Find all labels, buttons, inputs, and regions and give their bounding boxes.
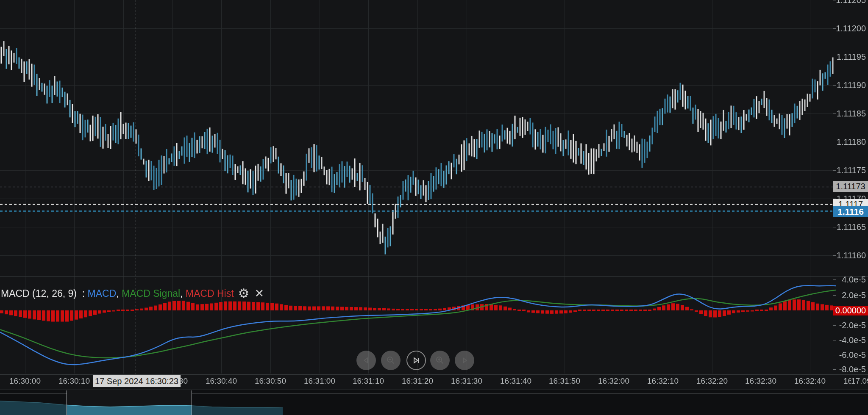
legend-comma: , [180,288,186,299]
legend-item-macd-hist[interactable]: MACD Hist [186,288,234,299]
price-axis-label: 1.11180 [837,137,866,147]
pan-left-button[interactable] [356,351,376,370]
macd-axis-label: 4.0e-5 [842,275,866,285]
legend-item-macd-signal[interactable]: MACD Signal [122,288,180,299]
macd-axis-label: -2.0e-5 [839,321,866,330]
macd-legend-title: MACD (12, 26, 9) [1,288,77,299]
time-axis-label: 16:31:50 [549,376,580,386]
time-axis-label: 16:31:30 [451,376,482,386]
macd-axis-label: -4.0e-5 [839,335,866,345]
trading-chart-window: MACD (12, 26, 9) : MACD, MACD Signal, MA… [0,0,868,415]
macd-indicator-legend: MACD (12, 26, 9) : MACD, MACD Signal, MA… [1,287,264,300]
crosshair-datetime-badge: 17 Sep 2024 16:30:23 [93,375,181,387]
time-axis-label: 16:30:00 [9,376,41,386]
skip-to-end-icon [411,355,421,365]
time-axis-label: 16:32:30 [745,376,776,386]
price-axis-label: 1.11160 [837,251,866,260]
zoom-in-icon [435,355,445,365]
macd-axis-label: -6.0e-5 [839,350,866,360]
time-axis-label: 16:30:50 [255,376,286,386]
time-axis-label: 16:31:20 [402,376,433,386]
zoom-out-button[interactable] [381,351,401,370]
zoom-in-button[interactable] [430,351,450,370]
legend-comma: , [116,288,122,299]
macd-zero-badge: 0.00000 [833,306,868,315]
time-axis-label: 16:32:40 [794,376,826,386]
price-axis-label: 1.11175 [837,166,866,175]
axis-date-label: 17.09.2024 [851,376,868,386]
time-axis-label: 16:32:20 [696,376,728,386]
price-axis-label: 1.11200 [836,24,866,33]
time-axis-label: 16:31:00 [304,376,335,386]
indicator-close-icon[interactable]: ✕ [255,288,264,299]
price-axis-label: 1.11190 [837,80,866,90]
price-axis-label: 1.11205 [836,0,866,5]
time-axis-label: 16:31:10 [353,376,384,386]
macd-axis-label: 2.0e-5 [842,290,866,300]
price-axis-label: 1.11195 [837,52,866,62]
price-axis-label: 1.11165 [837,222,866,232]
time-axis-label: 16:32:10 [647,376,679,386]
time-axis-label: 16:30:40 [206,376,237,386]
pan-right-button[interactable] [455,351,474,370]
price-axis-label: 1.11185 [837,109,866,119]
macd-legend-separator: : [77,288,88,299]
last-price-badge: 1.1116 [833,206,868,217]
price-level-badge-gray: 1.11173 [833,181,868,192]
indicator-settings-gear-icon[interactable]: ⚙ [238,288,250,299]
pan-left-icon [361,355,371,365]
pan-right-icon [459,355,470,365]
time-axis-label: 16:31:40 [500,376,531,386]
legend-item-macd[interactable]: MACD [88,288,117,299]
zoom-out-icon [386,355,396,365]
macd-axis-label: -8.0e-5 [839,365,866,374]
time-axis-label: 16:32:00 [598,376,629,386]
skip-to-end-button[interactable] [406,351,426,370]
time-axis-label: 16:30:10 [58,376,90,386]
